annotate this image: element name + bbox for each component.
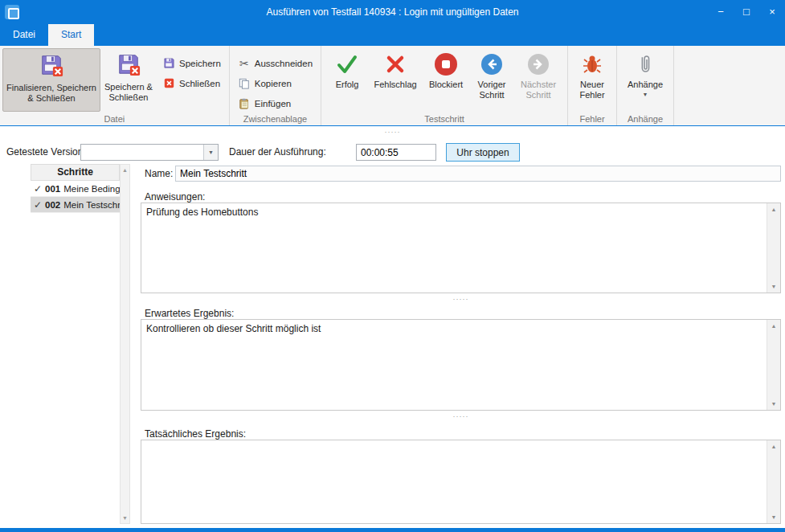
copy-button[interactable]: Kopieren xyxy=(232,73,318,93)
name-label: Name: xyxy=(145,168,173,179)
steps-panel: Schritte ✓ 001 Meine Bedingung ✓ 002 Mei… xyxy=(31,164,130,524)
save-close-icon xyxy=(117,52,141,79)
window-bottom-border xyxy=(0,528,785,532)
expected-result-textarea[interactable]: Kontrollieren ob dieser Schritt möglich … xyxy=(141,319,781,411)
save-and-close-label: Speichern & Schließen xyxy=(100,82,157,103)
splitter-handle[interactable]: ····· xyxy=(141,413,781,420)
save-button[interactable]: Speichern xyxy=(157,53,227,73)
next-step-label: Nächster Schritt xyxy=(517,80,560,100)
fail-x-icon xyxy=(385,52,406,76)
group-label-fehler: Fehler xyxy=(568,114,616,124)
tested-version-label: Getestete Version: xyxy=(6,146,86,158)
fail-label: Fehlschlag xyxy=(374,80,416,90)
blocked-icon xyxy=(435,52,457,76)
expected-result-scrollbar[interactable]: ▲ ▼ xyxy=(767,320,780,410)
actual-result-textarea[interactable]: ▲ ▼ xyxy=(141,440,781,524)
paste-button[interactable]: Einfügen xyxy=(232,93,318,113)
chevron-down-icon: ▼ xyxy=(643,92,648,97)
next-step-button[interactable]: Nächster Schritt xyxy=(517,48,560,112)
actual-result-label: Tatsächliches Ergebnis: xyxy=(145,428,246,440)
new-error-label: Neuer Fehler xyxy=(574,80,611,100)
group-label-datei: Datei xyxy=(0,114,229,124)
scroll-down-icon[interactable]: ▼ xyxy=(121,513,129,523)
scroll-up-icon[interactable]: ▲ xyxy=(767,320,780,332)
scroll-up-icon[interactable]: ▲ xyxy=(767,203,780,215)
scroll-down-icon[interactable]: ▼ xyxy=(767,398,780,410)
save-icon xyxy=(162,57,175,70)
save-close-icon xyxy=(39,53,63,80)
name-input[interactable] xyxy=(175,166,781,182)
previous-step-label: Voriger Schritt xyxy=(472,80,512,100)
tested-version-combobox[interactable]: ▼ xyxy=(80,144,219,161)
app-window: Ausführen von Testfall 140934 : Login mi… xyxy=(0,0,785,532)
ribbon-group-zwischenablage: ✂ Ausschneiden Kopieren xyxy=(230,46,321,125)
ribbon-group-datei: Finalisieren, Speichern & Schließen xyxy=(0,46,230,125)
combo-dropdown-icon[interactable]: ▼ xyxy=(203,145,218,160)
duration-input[interactable] xyxy=(356,144,436,161)
group-label-anhaenge: Anhänge xyxy=(617,114,673,124)
close-item-label: Schließen xyxy=(179,79,220,88)
scroll-down-icon[interactable]: ▼ xyxy=(767,511,780,523)
ribbon-tabs: Datei Start xyxy=(0,24,785,46)
new-error-button[interactable]: Neuer Fehler xyxy=(574,48,611,112)
save-and-close-button[interactable]: Speichern & Schließen xyxy=(100,48,157,112)
tab-start[interactable]: Start xyxy=(48,24,94,46)
ribbon: Finalisieren, Speichern & Schließen xyxy=(0,46,785,126)
check-icon: ✓ xyxy=(34,183,42,194)
maximize-button[interactable]: □ xyxy=(734,0,759,24)
instructions-text: Prüfung des Homebuttons xyxy=(141,203,767,293)
step-label: Meine Bedingung xyxy=(63,184,120,194)
scissors-icon: ✂ xyxy=(238,57,251,70)
titlebar: Ausführen von Testfall 140934 : Login mi… xyxy=(0,0,785,24)
execution-toolbar: Getestete Version: ▼ Dauer der Ausführun… xyxy=(0,141,785,164)
duration-label: Dauer der Ausführung: xyxy=(229,146,326,158)
copy-label: Kopieren xyxy=(255,79,292,88)
step-item-001[interactable]: ✓ 001 Meine Bedingung xyxy=(31,181,120,197)
success-check-icon xyxy=(336,52,358,76)
paste-label: Einfügen xyxy=(255,99,291,108)
check-icon: ✓ xyxy=(34,199,42,211)
instructions-scrollbar[interactable]: ▲ ▼ xyxy=(767,203,780,293)
group-label-zwischenablage: Zwischenablage xyxy=(230,114,321,124)
attachments-button[interactable]: Anhänge ▼ xyxy=(623,48,668,112)
step-number: 001 xyxy=(45,184,60,194)
cut-label: Ausschneiden xyxy=(255,59,313,68)
instructions-textarea[interactable]: Prüfung des Homebuttons ▲ ▼ xyxy=(141,203,781,293)
blocked-button[interactable]: Blockiert xyxy=(425,48,467,112)
ribbon-group-testschritt: Erfolg Fehlschlag Blockiert xyxy=(321,46,568,125)
success-button[interactable]: Erfolg xyxy=(329,48,366,112)
expected-result-text: Kontrollieren ob dieser Schritt möglich … xyxy=(141,320,767,410)
save-label: Speichern xyxy=(179,59,221,68)
scroll-up-icon[interactable]: ▲ xyxy=(767,440,780,452)
step-number: 002 xyxy=(45,200,60,210)
scroll-up-icon[interactable]: ▲ xyxy=(121,165,129,175)
scroll-down-icon[interactable]: ▼ xyxy=(767,280,780,293)
cut-button[interactable]: ✂ Ausschneiden xyxy=(232,53,318,73)
close-button[interactable]: × xyxy=(759,0,785,24)
minimize-button[interactable]: − xyxy=(708,0,734,24)
attachments-label: Anhänge xyxy=(628,80,663,90)
actual-result-scrollbar[interactable]: ▲ ▼ xyxy=(767,440,780,523)
bug-icon xyxy=(582,52,603,76)
ribbon-group-anhaenge: Anhänge ▼ Anhänge xyxy=(617,46,674,125)
ribbon-group-fehler: Neuer Fehler Fehler xyxy=(568,46,617,125)
splitter-handle[interactable]: ····· xyxy=(141,296,781,303)
expected-result-label: Erwartetes Ergebnis: xyxy=(145,308,234,319)
paste-icon xyxy=(238,97,251,110)
window-title: Ausführen von Testfall 140934 : Login mi… xyxy=(0,0,785,24)
previous-step-button[interactable]: Voriger Schritt xyxy=(472,48,512,112)
step-label: Mein Testschritt xyxy=(63,200,120,210)
fail-button[interactable]: Fehlschlag xyxy=(370,48,420,112)
step-item-002[interactable]: ✓ 002 Mein Testschritt xyxy=(31,197,120,213)
finalize-save-close-button[interactable]: Finalisieren, Speichern & Schließen xyxy=(2,48,100,112)
paperclip-icon xyxy=(637,52,653,76)
tab-datei[interactable]: Datei xyxy=(0,24,48,46)
next-step-icon xyxy=(527,52,550,76)
blocked-label: Blockiert xyxy=(429,80,463,90)
step-detail-panel: Name: Anweisungen: Prüfung des Homebutto… xyxy=(141,164,781,524)
steps-scrollbar[interactable]: ▲ ▼ xyxy=(120,164,130,524)
stop-clock-button[interactable]: Uhr stoppen xyxy=(446,143,520,162)
ribbon-collapse-handle[interactable]: ····· xyxy=(0,127,785,137)
close-item-button[interactable]: Schließen xyxy=(157,73,227,93)
close-red-icon xyxy=(162,77,175,90)
